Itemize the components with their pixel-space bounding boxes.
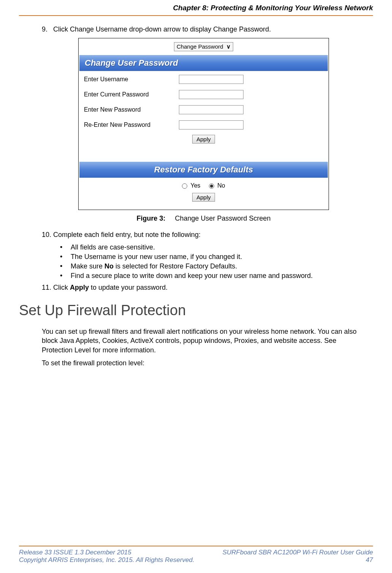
- enter-new-password-label: Enter New Password: [84, 106, 179, 113]
- yes-label: Yes: [190, 182, 200, 189]
- copyright: Copyright ARRIS Enterprises, Inc. 2015. …: [19, 556, 194, 564]
- no-label: No: [217, 182, 225, 189]
- page-number: 47: [366, 556, 373, 564]
- guide-title: SURFboard SBR AC1200P Wi-Fi Router User …: [223, 549, 373, 556]
- reenter-new-password-label: Re-Enter New Password: [84, 122, 179, 128]
- change-user-password-bar: Change User Password: [79, 55, 328, 71]
- chapter-header: Chapter 8: Protecting & Monitoring Your …: [19, 0, 373, 16]
- apply-button-2[interactable]: Apply: [192, 193, 215, 202]
- step-number: 11.: [42, 284, 53, 292]
- text-post: is selected for Restore Factory Defaults…: [114, 262, 237, 270]
- figure-caption-text: Change User Password Screen: [175, 215, 270, 222]
- section-heading: Set Up Firewall Protection: [19, 302, 373, 319]
- yes-radio[interactable]: [182, 183, 187, 189]
- bullet-text: All fields are case-sensitive.: [71, 243, 155, 251]
- enter-username-input[interactable]: [179, 75, 243, 84]
- list-item: • The Username is your new user name, if…: [60, 253, 365, 261]
- bullet-icon: •: [60, 253, 71, 261]
- chevron-down-icon: ∨: [225, 43, 231, 50]
- figure-screenshot: Change Password ∨ Change User Password E…: [78, 38, 329, 210]
- paragraph: To set the firewall protection level:: [42, 358, 365, 368]
- text-pre: Click: [53, 284, 70, 291]
- list-item: • Make sure No is selected for Restore F…: [60, 262, 365, 270]
- step-11: 11. Click Apply to update your password.: [42, 284, 365, 292]
- change-password-dropdown[interactable]: Change Password ∨: [174, 42, 233, 51]
- enter-username-label: Enter Username: [84, 76, 179, 83]
- step-number: 9.: [42, 25, 53, 33]
- enter-new-password-input[interactable]: [179, 105, 243, 114]
- dropdown-label: Change Password: [177, 43, 223, 50]
- no-radio[interactable]: [209, 183, 214, 189]
- text-pre: Make sure: [71, 262, 104, 270]
- step-number: 10.: [42, 231, 53, 239]
- text-post: to update your password.: [89, 284, 168, 291]
- bullet-text: Make sure No is selected for Restore Fac…: [71, 262, 237, 270]
- step-text: Click Apply to update your password.: [53, 284, 168, 292]
- figure-label: Figure 3:: [136, 215, 165, 222]
- step-text: Complete each field entry, but note the …: [53, 231, 201, 239]
- restore-factory-defaults-bar: Restore Factory Defaults: [79, 162, 328, 178]
- apply-button-1[interactable]: Apply: [192, 135, 215, 144]
- enter-current-password-input[interactable]: [179, 90, 243, 99]
- enter-current-password-label: Enter Current Password: [84, 91, 179, 98]
- release-info: Release 33 ISSUE 1.3 December 2015: [19, 549, 131, 556]
- list-item: • Find a secure place to write down and …: [60, 272, 365, 280]
- bullet-text: The Username is your new user name, if y…: [71, 253, 242, 261]
- page-footer: Release 33 ISSUE 1.3 December 2015 SURFb…: [19, 546, 373, 564]
- list-item: • All fields are case-sensitive.: [60, 243, 365, 251]
- bullet-icon: •: [60, 243, 71, 251]
- bullet-text: Find a secure place to write down and ke…: [71, 272, 313, 280]
- figure-caption: Figure 3: Change User Password Screen: [42, 215, 365, 223]
- bullet-icon: •: [60, 262, 71, 270]
- reenter-new-password-input[interactable]: [179, 120, 243, 129]
- step-10: 10. Complete each field entry, but note …: [42, 231, 365, 239]
- text-bold: No: [104, 262, 114, 270]
- step-9: 9. Click Change Username drop-down arrow…: [42, 25, 365, 33]
- paragraph: You can set up firewall filters and fire…: [42, 327, 365, 355]
- text-bold: Apply: [70, 284, 89, 291]
- bullet-icon: •: [60, 272, 71, 280]
- step-text: Click Change Username drop-down arrow to…: [53, 25, 271, 33]
